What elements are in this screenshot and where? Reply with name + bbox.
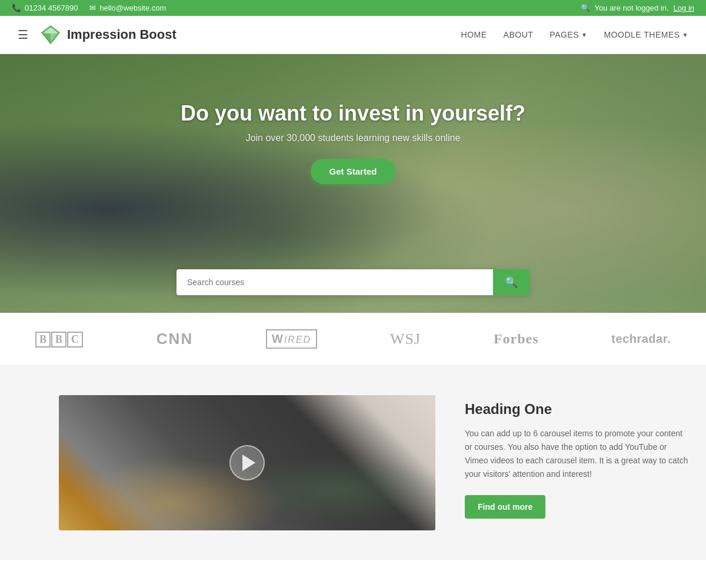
hero-heading: Do you want to invest in yourself? [181,101,525,126]
search-input[interactable] [176,269,493,295]
email-info: ✉ hello@website.com [89,4,166,12]
phone-icon: 📞 [12,4,21,12]
email-address: hello@website.com [99,4,166,12]
nav-about[interactable]: ABOUT [504,30,534,39]
nav-home[interactable]: HOME [461,30,487,39]
topbar: 📞 01234 4567890 ✉ hello@website.com 🔍 Yo… [0,0,706,16]
hero-subheading: Join over 30,000 students learning new s… [181,133,525,143]
content-text-area: Heading One You can add up to 6 carousel… [465,395,688,530]
logo-diamond-icon [40,24,61,45]
get-started-button[interactable]: Get Started [311,159,396,184]
moodle-themes-caret-icon: ▼ [682,32,688,38]
cnn-logo: CNN [156,330,193,348]
techradar-logo: techradar. [611,332,671,346]
email-icon: ✉ [89,4,96,12]
course-search-bar: 🔍 [176,269,530,295]
topbar-left: 📞 01234 4567890 ✉ hello@website.com [12,4,166,12]
main-nav: HOME ABOUT PAGES ▼ MOODLE THEMES ▼ [461,30,688,39]
content-heading: Heading One [465,401,688,417]
login-link[interactable]: Log in [674,4,694,12]
nav-moodle-themes-label: MOODLE THEMES [604,30,680,39]
content-section: Heading One You can add up to 6 carousel… [0,366,706,560]
hero-content: Do you want to invest in yourself? Join … [181,101,525,184]
nav-pages-dropdown[interactable]: PAGES ▼ [550,30,587,39]
phone-info: 📞 01234 4567890 [12,4,78,12]
nav-pages-label: PAGES [550,30,579,39]
content-body: You can add up to 6 carousel items to pr… [465,427,688,481]
search-form: 🔍 [176,269,530,295]
header: ☰ Impression Boost HOME ABOUT PAGES ▼ MO… [0,16,706,54]
pages-caret-icon: ▼ [581,32,587,38]
logo-area: ☰ Impression Boost [18,24,176,45]
hero-section: Do you want to invest in yourself? Join … [0,54,706,313]
bbc-logo: BBC [35,331,84,348]
logos-bar: BBC CNN WIRED WSJ Forbes techradar. [0,313,706,366]
topbar-right: 🔍 You are not logged in. Log in [581,4,694,12]
search-submit-button[interactable]: 🔍 [493,269,530,295]
wsj-logo: WSJ [390,330,421,348]
nav-moodle-themes-dropdown[interactable]: MOODLE THEMES ▼ [604,30,688,39]
content-image [59,395,435,530]
login-status-text: You are not logged in. [595,4,669,12]
site-name: Impression Boost [67,27,176,42]
search-icon[interactable]: 🔍 [581,4,590,12]
forbes-logo: Forbes [494,331,539,347]
wired-logo: WIRED [266,329,317,349]
phone-number: 01234 4567890 [25,4,78,12]
play-button[interactable] [229,445,265,480]
hamburger-icon[interactable]: ☰ [18,28,28,42]
find-out-more-button[interactable]: Find out more [465,495,545,519]
